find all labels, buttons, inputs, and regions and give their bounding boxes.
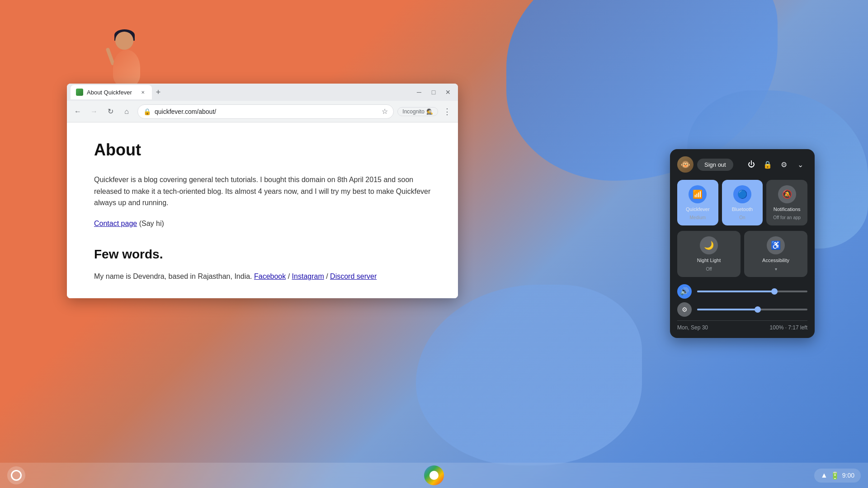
bluetooth-icon: 🔵: [733, 185, 751, 203]
chrome-inner-icon: [429, 471, 439, 480]
night-light-label: Night Light: [697, 257, 721, 263]
reload-button[interactable]: ↻: [103, 104, 118, 119]
tab-bar: About Quickfever ✕ +: [71, 85, 411, 99]
qs-toggle-grid-bottom: 🌙 Night Light Off ♿ Accessibility ▾: [677, 231, 807, 277]
brightness-slider-row: ⚙: [677, 302, 807, 317]
discord-link[interactable]: Discord server: [330, 272, 377, 280]
taskbar-left: [7, 466, 25, 484]
close-button[interactable]: ✕: [442, 86, 454, 99]
notifications-toggle[interactable]: 🔕 Notifications Off for an app: [766, 180, 807, 225]
notifications-label: Notifications: [774, 206, 801, 212]
character-illustration: [99, 27, 154, 86]
browser-window: About Quickfever ✕ + ─ □ ✕ ← → ↻ ⌂ 🔒 qui…: [67, 84, 458, 298]
wifi-sublabel: Medium: [690, 215, 706, 220]
qs-footer: Mon, Sep 30 100% · 7:17 left: [677, 320, 807, 331]
bluetooth-toggle[interactable]: 🔵 Bluetooth On: [722, 180, 763, 225]
chrome-button[interactable]: [424, 465, 444, 485]
expand-button[interactable]: ⌄: [793, 157, 807, 172]
brightness-icon: ⚙: [677, 302, 692, 317]
contact-suffix: (Say hi): [139, 220, 164, 227]
new-tab-button[interactable]: +: [152, 86, 165, 99]
separator-1: /: [288, 272, 292, 280]
secure-icon: 🔒: [143, 108, 151, 115]
intro-text: My name is Devendra, based in Rajasthan,…: [94, 272, 252, 280]
volume-fill: [697, 291, 774, 292]
accessibility-label: Accessibility: [762, 257, 789, 263]
address-bar[interactable]: 🔒 quickfever.com/about/ ☆: [137, 104, 394, 119]
desktop: About Quickfever ✕ + ─ □ ✕ ← → ↻ ⌂ 🔒 qui…: [0, 0, 868, 488]
incognito-badge: Incognito 🕵: [397, 107, 438, 116]
bluetooth-sublabel: On: [739, 215, 745, 220]
volume-icon: 🔊: [677, 284, 692, 299]
brightness-thumb[interactable]: [755, 306, 761, 313]
home-button[interactable]: ⌂: [119, 104, 134, 119]
wifi-icon: 📶: [689, 185, 707, 203]
minimize-button[interactable]: ─: [413, 86, 425, 99]
qs-toggle-grid-top: 📶 Quickfever Medium 🔵 Bluetooth On 🔕 Not…: [677, 180, 807, 225]
contact-page-link[interactable]: Contact page: [94, 220, 137, 227]
taskbar-right: ▲ 🔋 9:00: [814, 469, 861, 483]
wifi-toggle[interactable]: 📶 Quickfever Medium: [677, 180, 718, 225]
page-intro: My name is Devendra, based in Rajasthan,…: [94, 271, 431, 282]
url-display: quickfever.com/about/: [155, 108, 378, 115]
accessibility-sublabel: ▾: [775, 267, 777, 272]
wifi-tray-icon: ▲: [821, 471, 828, 479]
wifi-label: Quickfever: [686, 206, 710, 212]
forward-button[interactable]: →: [87, 104, 101, 119]
qs-header-icons: ⏻ 🔒 ⚙ ⌄: [744, 157, 807, 172]
volume-thumb[interactable]: [771, 288, 778, 295]
battery-tray-icon: 🔋: [830, 471, 840, 480]
taskbar-center: [424, 465, 444, 485]
browser-toolbar: ← → ↻ ⌂ 🔒 quickfever.com/about/ ☆ Incogn…: [67, 101, 458, 122]
bluetooth-label: Bluetooth: [732, 206, 753, 212]
notifications-sublabel: Off for an app: [773, 215, 801, 220]
contact-line: Contact page (Say hi): [94, 218, 431, 230]
taskbar: ▲ 🔋 9:00: [0, 463, 868, 488]
lock-button[interactable]: 🔒: [760, 157, 775, 172]
settings-button[interactable]: ⚙: [777, 157, 791, 172]
accessibility-icon: ♿: [767, 236, 785, 254]
active-tab[interactable]: About Quickfever ✕: [71, 85, 152, 99]
user-avatar: 🐵: [677, 156, 693, 173]
brightness-fill: [697, 309, 758, 310]
accessibility-toggle[interactable]: ♿ Accessibility ▾: [744, 231, 807, 277]
volume-slider-row: 🔊: [677, 284, 807, 299]
more-button[interactable]: ⋮: [440, 104, 454, 119]
tab-favicon: [76, 89, 83, 96]
instagram-link[interactable]: Instagram: [292, 272, 324, 280]
browser-titlebar: About Quickfever ✕ + ─ □ ✕: [67, 84, 458, 101]
window-controls: ─ □ ✕: [413, 86, 454, 99]
facebook-link[interactable]: Facebook: [254, 272, 286, 280]
launcher-icon: [11, 470, 22, 481]
night-light-icon: 🌙: [700, 236, 718, 254]
night-light-toggle[interactable]: 🌙 Night Light Off: [677, 231, 741, 277]
quick-settings-panel: 🐵 Sign out ⏻ 🔒 ⚙ ⌄ 📶 Quickfever Medium 🔵…: [670, 149, 815, 338]
current-date: Mon, Sep 30: [677, 324, 708, 331]
maximize-button[interactable]: □: [427, 86, 440, 99]
notifications-icon: 🔕: [778, 185, 796, 203]
separator-2: /: [326, 272, 330, 280]
incognito-icon: 🕵: [426, 108, 433, 115]
sign-out-button[interactable]: Sign out: [697, 159, 733, 171]
page-content: About Quickfever is a blog covering gene…: [67, 122, 458, 298]
system-tray[interactable]: ▲ 🔋 9:00: [814, 469, 861, 483]
tab-title: About Quickfever: [87, 89, 132, 96]
battery-status: 100% · 7:17 left: [770, 324, 807, 331]
app-launcher-button[interactable]: [7, 466, 25, 484]
qs-header: 🐵 Sign out ⏻ 🔒 ⚙ ⌄: [677, 156, 807, 173]
page-heading: About: [94, 141, 431, 160]
night-light-sublabel: Off: [706, 267, 712, 272]
page-subheading: Few words.: [94, 247, 431, 262]
incognito-label: Incognito: [402, 108, 425, 115]
time-display: 9:00: [842, 472, 854, 479]
page-paragraph-1: Quickfever is a blog covering general te…: [94, 174, 431, 209]
tab-close-button[interactable]: ✕: [139, 89, 146, 96]
bookmark-button[interactable]: ☆: [382, 107, 388, 116]
background-blob-3: [416, 285, 642, 465]
back-button[interactable]: ←: [71, 104, 85, 119]
power-button[interactable]: ⏻: [744, 157, 759, 172]
volume-track[interactable]: [697, 291, 807, 292]
brightness-track[interactable]: [697, 309, 807, 310]
